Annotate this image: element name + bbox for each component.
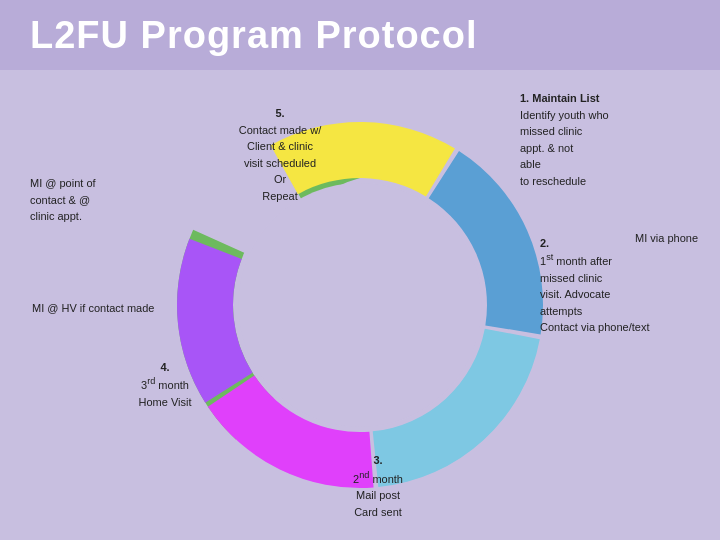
- step3-label: 3. 2nd monthMail postCard sent: [318, 452, 438, 520]
- step5-label: 5. Contact made w/Client & clinicvisit s…: [215, 105, 345, 204]
- label-mi-hv: MI @ HV if contact made: [32, 300, 154, 317]
- step2-desc: 1st month aftermissed clinicvisit. Advoc…: [540, 255, 649, 333]
- step2-title: 2.: [540, 237, 549, 249]
- step3-title: 3.: [373, 454, 382, 466]
- mi-hv-text: MI @ HV if contact made: [32, 302, 154, 314]
- step1-label: 1. Maintain List Identify youth whomisse…: [520, 90, 665, 189]
- step4-title: 4.: [160, 361, 169, 373]
- step2-label: 2. 1st month aftermissed clinicvisit. Ad…: [540, 235, 700, 336]
- center-circle: [238, 183, 482, 427]
- step1-title: 1. Maintain List: [520, 92, 599, 104]
- step1-desc: Identify youth whomissed clinicappt. & n…: [520, 109, 609, 187]
- step5-desc: Contact made w/Client & clinicvisit sche…: [239, 124, 322, 202]
- mi-contact-text: MI @ point of contact & @ clinic appt.: [30, 177, 96, 222]
- page-title: L2FU Program Protocol: [30, 14, 478, 57]
- step4-label: 4. 3rd monthHome Visit: [120, 359, 210, 410]
- step3-desc: 2nd monthMail postCard sent: [353, 473, 403, 518]
- label-mi-contact: MI @ point of contact & @ clinic appt.: [30, 175, 110, 225]
- header-band: L2FU Program Protocol: [0, 0, 720, 70]
- step4-desc: 3rd monthHome Visit: [139, 379, 192, 408]
- step5-title: 5.: [275, 107, 284, 119]
